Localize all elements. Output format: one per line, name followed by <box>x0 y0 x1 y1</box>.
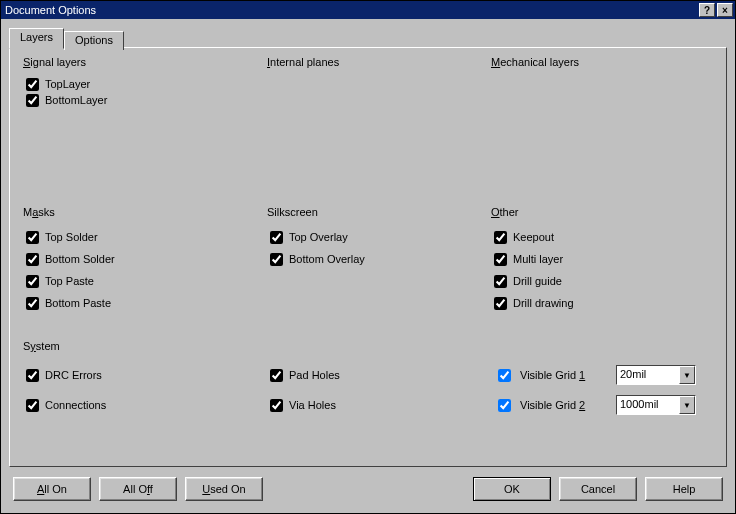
cb-multi-layer-label: Multi layer <box>513 253 563 265</box>
group-masks: Masks Top Solder Bottom Solder Top Paste… <box>16 206 246 314</box>
titlebar: Document Options ? × <box>1 1 735 19</box>
group-masks-label: Masks <box>20 206 58 218</box>
cb-bottomlayer-label: BottomLayer <box>45 94 107 106</box>
cb-drill-drawing-label: Drill drawing <box>513 297 574 309</box>
cb-bottom-overlay-label: Bottom Overlay <box>289 253 365 265</box>
group-other: Other Keepout Multi layer Drill guide Dr… <box>484 206 704 314</box>
visible-grid-2-row: Visible Grid 2 1000mil ▼ <box>494 390 716 420</box>
cb-keepout[interactable] <box>494 231 507 244</box>
cb-drill-drawing[interactable] <box>494 297 507 310</box>
layers-tab-panel: Signal layers TopLayer BottomLayer Inter… <box>9 47 727 467</box>
cb-toplayer-row: TopLayer <box>26 76 242 92</box>
cb-visible-grid-1[interactable] <box>498 369 511 382</box>
help-button-titlebar[interactable]: ? <box>699 3 715 17</box>
cb-drill-guide-label: Drill guide <box>513 275 562 287</box>
cb-via-holes-label: Via Holes <box>289 399 336 411</box>
cb-multi-layer[interactable] <box>494 253 507 266</box>
cb-pad-holes-label: Pad Holes <box>289 369 340 381</box>
group-system: System DRC Errors Connections Pad Holes … <box>16 340 720 420</box>
cb-connections[interactable] <box>26 399 39 412</box>
chevron-down-icon[interactable]: ▼ <box>679 396 695 414</box>
cb-keepout-label: Keepout <box>513 231 554 243</box>
cb-drc-errors-label: DRC Errors <box>45 369 102 381</box>
visible-grid-1-row: Visible Grid 1 20mil ▼ <box>494 360 716 390</box>
group-internal-planes: Internal planes <box>260 56 470 68</box>
group-mechanical-layers: Mechanical layers <box>484 56 704 68</box>
visible-grid-1-value: 20mil <box>617 366 679 384</box>
group-signal-label: Signal layers <box>20 56 89 68</box>
all-off-button[interactable]: All Off <box>99 477 177 501</box>
cb-toplayer-label: TopLayer <box>45 78 90 90</box>
group-silkscreen-label: Silkscreen <box>264 206 321 218</box>
group-other-label: Other <box>488 206 522 218</box>
cb-bottom-solder-label: Bottom Solder <box>45 253 115 265</box>
visible-grid-2-value: 1000mil <box>617 396 679 414</box>
cb-bottom-paste[interactable] <box>26 297 39 310</box>
group-signal-layers: Signal layers TopLayer BottomLayer <box>16 56 246 108</box>
cb-bottom-solder[interactable] <box>26 253 39 266</box>
ok-button[interactable]: OK <box>473 477 551 501</box>
cb-top-solder-label: Top Solder <box>45 231 98 243</box>
cancel-button[interactable]: Cancel <box>559 477 637 501</box>
dialog-button-row: All On All Off Used On OK Cancel Help <box>9 467 727 503</box>
visible-grid-2-label: Visible Grid 2 <box>520 399 585 411</box>
tab-strip: Layers Options <box>9 27 727 48</box>
visible-grid-2-combo[interactable]: 1000mil ▼ <box>616 395 696 415</box>
document-options-dialog: Document Options ? × Layers Options Sign… <box>0 0 736 514</box>
cb-pad-holes[interactable] <box>270 369 283 382</box>
cb-drill-guide[interactable] <box>494 275 507 288</box>
cb-drc-errors[interactable] <box>26 369 39 382</box>
visible-grid-1-label: Visible Grid 1 <box>520 369 585 381</box>
cb-connections-label: Connections <box>45 399 106 411</box>
tab-layers[interactable]: Layers <box>9 28 64 49</box>
window-title: Document Options <box>5 4 697 16</box>
cb-toplayer[interactable] <box>26 78 39 91</box>
cb-bottom-paste-label: Bottom Paste <box>45 297 111 309</box>
group-mechanical-label: Mechanical layers <box>488 56 582 68</box>
visible-grid-1-combo[interactable]: 20mil ▼ <box>616 365 696 385</box>
all-on-button[interactable]: All On <box>13 477 91 501</box>
cb-visible-grid-2[interactable] <box>498 399 511 412</box>
cb-top-paste-label: Top Paste <box>45 275 94 287</box>
cb-bottomlayer[interactable] <box>26 94 39 107</box>
cb-top-solder[interactable] <box>26 231 39 244</box>
tab-options[interactable]: Options <box>64 31 124 50</box>
cb-top-overlay-label: Top Overlay <box>289 231 348 243</box>
close-button[interactable]: × <box>717 3 733 17</box>
group-internal-label: Internal planes <box>264 56 342 68</box>
chevron-down-icon[interactable]: ▼ <box>679 366 695 384</box>
cb-bottomlayer-row: BottomLayer <box>26 92 242 108</box>
cb-top-overlay[interactable] <box>270 231 283 244</box>
cb-top-paste[interactable] <box>26 275 39 288</box>
group-silkscreen: Silkscreen Top Overlay Bottom Overlay <box>260 206 470 270</box>
help-button[interactable]: Help <box>645 477 723 501</box>
cb-bottom-overlay[interactable] <box>270 253 283 266</box>
group-system-label: System <box>20 340 63 352</box>
cb-via-holes[interactable] <box>270 399 283 412</box>
client-area: Layers Options Signal layers TopLayer Bo… <box>1 19 735 513</box>
used-on-button[interactable]: Used On <box>185 477 263 501</box>
